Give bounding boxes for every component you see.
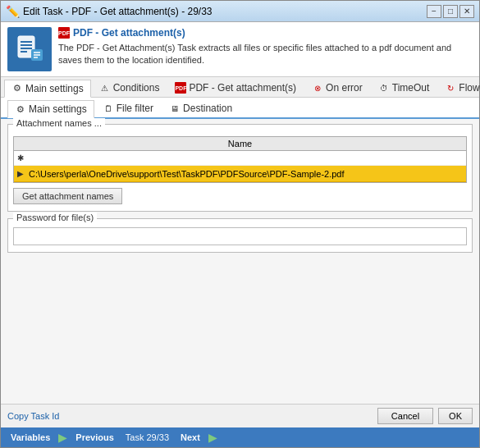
- file-icon: 🗒: [103, 103, 114, 114]
- tab-timeout[interactable]: ⏱ TimeOut: [371, 79, 437, 97]
- doc-icon-svg: [15, 34, 44, 64]
- conditions-icon: ⚠: [99, 82, 111, 94]
- next-button[interactable]: Next: [174, 431, 207, 444]
- task-info-label: Task 29/33: [121, 432, 174, 442]
- table-row[interactable]: ▶ C:\Users\perla\OneDrive\support\Test\T…: [14, 166, 466, 182]
- sub-tab-destination[interactable]: 🖥 Destination: [162, 99, 240, 117]
- password-group: Password for file(s): [7, 218, 473, 253]
- table-header-row: Name: [14, 137, 466, 151]
- header-text: PDF PDF - Get attachment(s) The PDF - Ge…: [58, 27, 473, 67]
- window-title: Edit Task - PDF - Get attachment(s) - 29…: [23, 6, 213, 17]
- header-icon-area: [7, 27, 52, 71]
- status-bar: Variables ▶ Previous Task 29/33 Next ▶: [1, 427, 479, 447]
- attachment-group-label: Attachment names ...: [13, 118, 105, 128]
- sub-gear-icon: ⚙: [15, 103, 26, 115]
- content-body: Attachment names ... Name ✱ ▶ C:\Users\p…: [1, 119, 479, 404]
- dest-icon: 🖥: [169, 103, 181, 114]
- attachment-group: Attachment names ... Name ✱ ▶ C:\Users\p…: [7, 124, 473, 212]
- flow-icon: ↻: [445, 82, 456, 94]
- row-play-indicator: ▶: [17, 169, 29, 178]
- get-attachment-names-button[interactable]: Get attachment names: [13, 188, 122, 204]
- copy-task-id-link[interactable]: Copy Task Id: [7, 411, 59, 421]
- tab-flow[interactable]: ↻ Flow: [437, 79, 480, 97]
- footer-bar: Copy Task Id Cancel OK: [1, 404, 479, 427]
- window: ✏️ Edit Task - PDF - Get attachment(s) -…: [0, 0, 480, 448]
- task-icon: [7, 27, 52, 71]
- pdf-tab-icon: PDF: [175, 82, 186, 94]
- main-tabs: ⚙ Main settings ⚠ Conditions PDF PDF - G…: [1, 77, 479, 98]
- title-bar: ✏️ Edit Task - PDF - Get attachment(s) -…: [1, 1, 479, 22]
- app-icon: ✏️: [6, 5, 20, 18]
- variables-button[interactable]: Variables: [4, 431, 57, 444]
- header-section: PDF PDF - Get attachment(s) The PDF - Ge…: [1, 22, 479, 77]
- ok-button[interactable]: OK: [438, 408, 473, 424]
- arrow-after-variables: ▶: [58, 431, 67, 444]
- name-column-header: Name: [17, 139, 463, 149]
- arrow-after-next: ▶: [208, 431, 217, 444]
- tab-pdf-get[interactable]: PDF PDF - Get attachment(s): [167, 79, 304, 97]
- footer-buttons: Cancel OK: [377, 408, 473, 424]
- password-group-label: Password for file(s): [13, 213, 97, 222]
- timeout-icon: ⏱: [378, 82, 390, 94]
- error-icon: ⊗: [312, 82, 323, 94]
- tab-main-settings[interactable]: ⚙ Main settings: [4, 80, 91, 98]
- header-pdf-icon: PDF: [58, 27, 70, 39]
- previous-button[interactable]: Previous: [69, 431, 120, 444]
- get-attachment-btn-container: Get attachment names: [13, 188, 467, 204]
- close-button[interactable]: ✕: [459, 5, 474, 18]
- sub-tabs: ⚙ Main settings 🗒 File filter 🖥 Destinat…: [1, 98, 479, 119]
- empty-row: ✱: [14, 151, 466, 166]
- table-body: ✱ ▶ C:\Users\perla\OneDrive\support\Test…: [14, 151, 466, 182]
- password-input[interactable]: [13, 227, 467, 245]
- maximize-button[interactable]: □: [443, 5, 458, 18]
- minimize-button[interactable]: −: [427, 5, 441, 18]
- attachment-table: Name ✱ ▶ C:\Users\perla\OneDrive\support…: [13, 136, 467, 183]
- star-indicator: ✱: [17, 153, 29, 162]
- header-description: The PDF - Get Attachment(s) Task extract…: [58, 42, 473, 67]
- cancel-button[interactable]: Cancel: [377, 408, 433, 424]
- tab-conditions[interactable]: ⚠ Conditions: [92, 79, 167, 97]
- attachment-path: C:\Users\perla\OneDrive\support\Test\Tas…: [29, 169, 463, 179]
- sub-tab-main-settings[interactable]: ⚙ Main settings: [7, 100, 94, 118]
- gear-icon: ⚙: [11, 83, 23, 94]
- header-title: PDF PDF - Get attachment(s): [58, 27, 473, 39]
- window-controls: − □ ✕: [427, 5, 474, 18]
- tab-on-error[interactable]: ⊗ On error: [304, 79, 370, 97]
- sub-tab-file-filter[interactable]: 🗒 File filter: [95, 99, 161, 117]
